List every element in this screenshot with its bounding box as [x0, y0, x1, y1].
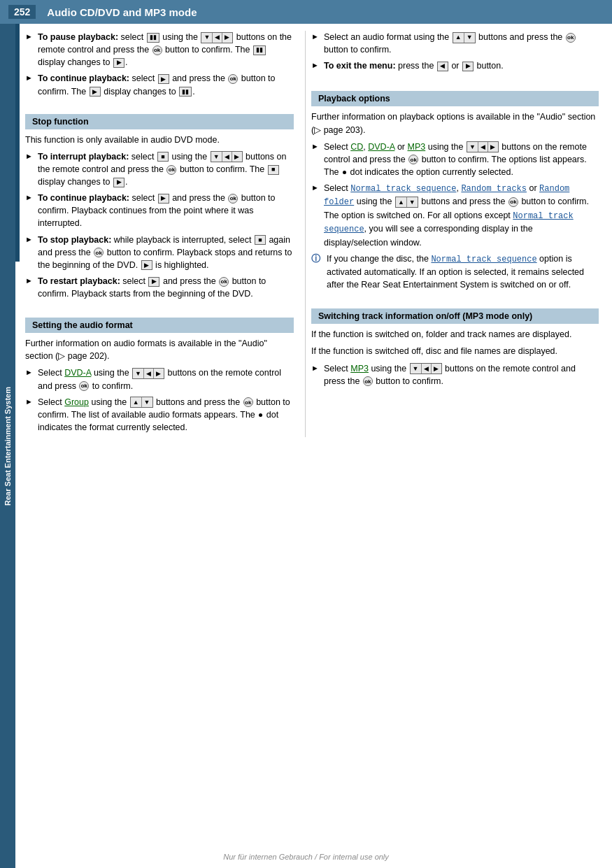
down-button: ▼ [142, 397, 152, 407]
ok-button: ok [243, 397, 253, 407]
bullet-content: To exit the menu: press the ◀ or ▶ butto… [324, 59, 599, 72]
right-button: ▶ [154, 369, 164, 378]
right-button: ▶ [488, 142, 498, 152]
item-label: To pause playback: [38, 32, 118, 42]
switching-intro1: If the function is switched on, folder a… [311, 328, 599, 341]
ok-button: ok [408, 155, 418, 164]
item-label: To continue playback: [38, 73, 129, 83]
info-icon: ⓘ [311, 252, 324, 292]
info-item: ⓘ If you change the disc, the Normal tra… [311, 252, 599, 292]
page-number: 252 [8, 5, 36, 19]
item-label: To continue playback: [38, 193, 129, 203]
left-button: ◀ [213, 33, 222, 43]
left-button-icon: ◀ [437, 62, 448, 71]
audio-format-intro: Further information on audio formats is … [25, 337, 294, 362]
bullet-arrow: ► [311, 31, 321, 56]
down-button: ▼ [464, 33, 475, 43]
stop-function-header: Stop function [25, 114, 294, 129]
bullet-arrow: ► [25, 192, 35, 229]
list-item: ► Select MP3 using the ▼ ◀ ▶ but­tons on… [311, 362, 599, 387]
stop-intro: This function is only available in audio… [25, 134, 294, 146]
term-normal-track-info: Normal track sequence [431, 255, 536, 264]
left-button: ◀ [478, 142, 488, 152]
nav-button-group: ▲ ▼ [395, 197, 418, 208]
down-button: ▼ [133, 369, 144, 378]
list-item: ► To stop playback: while playback is in… [25, 234, 294, 271]
play-button-icon: ▶ [158, 74, 169, 84]
nav-button-group: ▼ ◀ ▶ [410, 363, 442, 374]
bullet-content: To stop playback: while playback is inte… [38, 234, 294, 271]
footer: Nur für internen Gebrauch / For internal… [0, 853, 612, 861]
down-button: ▼ [411, 364, 422, 373]
bullet-content: Select CD, DVD-A or MP3 using the ▼ ◀ ▶ … [324, 141, 599, 178]
list-item: ► Select Group using the ▲ ▼ buttons and… [25, 396, 294, 434]
right-button: ▶ [432, 364, 441, 373]
term-mp3-switch: MP3 [350, 364, 369, 373]
left-button: ◀ [422, 364, 432, 373]
nav-button-group: ▼ ◀ ▶ [201, 32, 233, 43]
list-item: ► To interrupt playback: select ■ using … [25, 150, 294, 188]
bullet-content: To pause playback: select ▮▮ using the ▼… [38, 31, 294, 69]
list-item: ► To continue playback: select ▶ and pre… [25, 72, 294, 97]
term-dvda: DVD-A [368, 142, 394, 152]
stop-icon: ■ [268, 165, 279, 175]
right-column: ► Select an audio format using the ▲ ▼ b… [305, 31, 599, 437]
pause-icon: ▮▮ [179, 87, 192, 97]
ok-button: ok [152, 45, 162, 55]
bullet-content: Select an audio format using the ▲ ▼ but… [324, 31, 599, 56]
pause-button-icon: ▮▮ [147, 33, 159, 43]
down-button: ▼ [201, 33, 213, 43]
bullet-arrow: ► [311, 363, 321, 387]
play-icon: ▶ [113, 178, 124, 187]
right-button-icon: ▶ [462, 62, 474, 71]
list-item: ► Select CD, DVD-A or MP3 using the ▼ ◀ … [311, 141, 599, 178]
stop-button-icon: ■ [255, 235, 266, 245]
bullet-content: Select Group using the ▲ ▼ buttons and p… [38, 396, 294, 434]
ok-button: ok [566, 33, 576, 43]
bullet-arrow: ► [25, 367, 35, 392]
bullet-arrow: ► [25, 397, 35, 434]
ok-button: ok [94, 248, 104, 257]
item-label: To restart playback: [38, 276, 120, 286]
nav-button-group: ▼ ◀ ▶ [132, 368, 164, 379]
up-button: ▲ [131, 397, 142, 407]
bullet-arrow: ► [311, 141, 321, 178]
right-button: ▶ [222, 33, 232, 43]
list-item: ► To restart playback: select ▶ and pres… [25, 275, 294, 300]
ok-button: ok [219, 277, 229, 287]
ok-button: ok [166, 165, 176, 175]
dot-indicator [259, 413, 262, 417]
ok-button: ok [508, 197, 518, 207]
ok-button: ok [228, 74, 238, 84]
term-dvda: DVD-A [64, 368, 91, 378]
term-normal-track-ref: Normal track sequence [324, 211, 574, 234]
list-item: ► Select Normal track sequence, Random t… [311, 182, 599, 249]
play-button-icon: ▶ [148, 277, 159, 287]
side-label: Rear Seat Entertainment System [0, 24, 15, 868]
bullet-content: To continue playback: select ▶ and press… [38, 72, 294, 97]
dot-indicator [343, 171, 346, 174]
down-button: ▼ [467, 142, 478, 152]
list-item: ► Select an audio format using the ▲ ▼ b… [311, 31, 599, 56]
bullet-arrow: ► [311, 183, 321, 249]
bullet-content: To interrupt playback: select ■ using th… [38, 150, 294, 188]
nav-button-group: ▼ ◀ ▶ [211, 151, 243, 162]
bullet-arrow: ► [25, 234, 35, 271]
info-content: If you change the disc, the Normal track… [327, 252, 599, 292]
header-title: Audio CD/DVD and MP3 mode [47, 6, 197, 18]
term-mp3: MP3 [408, 142, 426, 152]
right-button: ▶ [232, 152, 242, 162]
bullet-content: Select Normal track sequence, Random tra… [324, 182, 599, 249]
switching-track-header: Switching track information on/off (MP3 … [311, 308, 599, 324]
play-icon: ▶ [90, 87, 101, 97]
item-label: To interrupt playback: [38, 152, 129, 162]
term-random-tracks: Random tracks [461, 184, 527, 194]
nav-button-group: ▲ ▼ [130, 397, 153, 408]
playback-options-header: Playback options [311, 91, 599, 106]
bullet-content: Select DVD-A using the ▼ ◀ ▶ buttons on … [38, 367, 294, 392]
up-button: ▲ [396, 197, 407, 207]
pause-icon: ▮▮ [253, 45, 266, 55]
audio-format-header: Setting the audio format [25, 318, 294, 333]
ok-button: ok [228, 194, 238, 204]
main-content: ► To pause playback: select ▮▮ using the… [20, 24, 612, 444]
